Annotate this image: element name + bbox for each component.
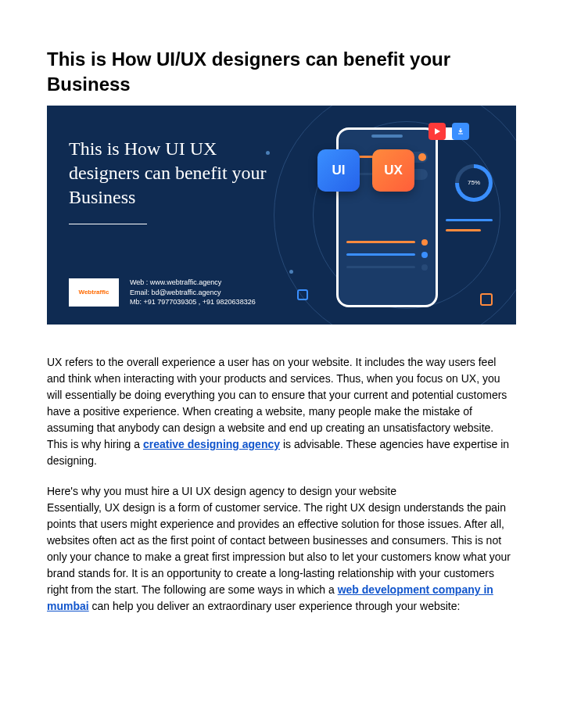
toggle-line	[346, 241, 415, 243]
p2-part-c: can help you deliver an extraordinary us…	[89, 600, 461, 612]
hero-footer: Webtraffic Web : www.webtraffic.agency E…	[69, 278, 256, 307]
phone-row	[346, 239, 428, 246]
row-dot	[421, 264, 428, 271]
page-title: This is How UI/UX designers can benefit …	[47, 47, 516, 98]
contact-info: Web : www.webtraffic.agency Email: bd@we…	[130, 278, 256, 307]
hero-title: This is How UI UX designers can benefit …	[69, 137, 272, 210]
deco-dot	[289, 270, 293, 274]
p1-part-a: UX refers to the overall experience a us…	[47, 356, 507, 450]
toggle-line	[346, 253, 415, 256]
deco-square	[480, 293, 493, 306]
deco-dot	[266, 151, 270, 155]
phone-row	[346, 264, 428, 271]
toggle-knob	[418, 153, 426, 161]
paragraph-1: UX refers to the overall experience a us…	[47, 354, 516, 469]
hero-divider	[69, 224, 147, 224]
progress-value: 75%	[459, 168, 489, 198]
side-line	[446, 229, 481, 231]
paragraph-2: Here's why you must hire a UI UX design …	[47, 483, 516, 615]
progress-ring: 75%	[455, 164, 493, 202]
side-line	[446, 219, 493, 221]
contact-email: Email: bd@webtraffic.agency	[130, 288, 256, 298]
p2-part-a: Here's why you must hire a UI UX design …	[47, 485, 396, 497]
phone-row	[346, 252, 428, 258]
svg-marker-0	[435, 128, 440, 134]
play-icon	[429, 123, 446, 140]
row-dot	[421, 252, 428, 258]
download-icon	[452, 123, 469, 140]
phone-notch	[371, 134, 403, 138]
hero-text-block: This is How UI UX designers can benefit …	[69, 137, 272, 236]
toggle-line	[346, 266, 415, 268]
webtraffic-logo: Webtraffic	[69, 278, 119, 307]
ui-card: UI	[317, 149, 360, 192]
ux-card: UX	[372, 149, 414, 192]
p2-part-b: Essentially, UX design is a form of cust…	[47, 501, 511, 596]
creative-designing-agency-link[interactable]: creative designing agency	[143, 438, 280, 450]
hero-banner: This is How UI UX designers can benefit …	[47, 106, 516, 325]
contact-web: Web : www.webtraffic.agency	[130, 278, 256, 288]
contact-mobile: Mb: +91 7977039305 , +91 9820638326	[130, 297, 256, 307]
row-dot	[421, 239, 428, 246]
deco-square	[297, 289, 308, 300]
